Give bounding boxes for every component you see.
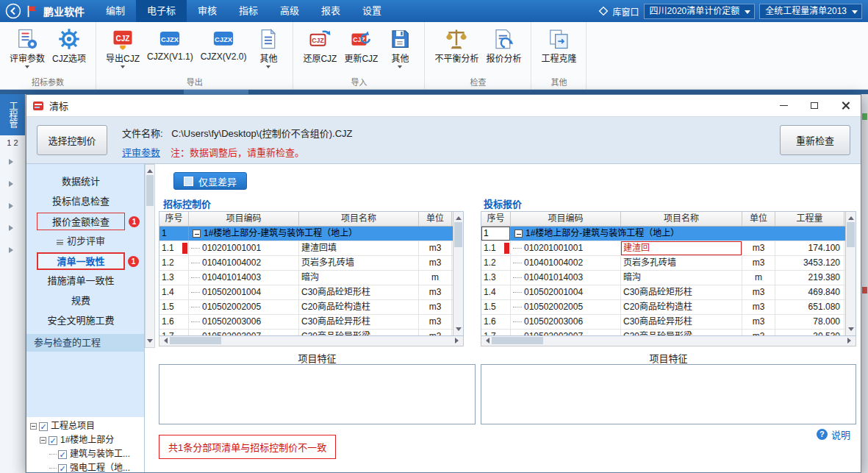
menu-tab-高级[interactable]: 高级 (269, 0, 310, 22)
sidebar-item-投标信息检查[interactable]: 投标信息检查 (37, 193, 125, 210)
ribbon-button-更新CJZ[interactable]: CJZ更新CJZ (340, 26, 381, 65)
table-row[interactable]: 1.7010502003007C30商品砼异形梁m330.530 (481, 330, 846, 335)
project-manager-tab[interactable]: 工程管 (0, 94, 25, 135)
scroll-left-icon[interactable] (161, 338, 168, 344)
sidebar-item-安全文明施工费[interactable]: 安全文明施工费 (37, 312, 125, 330)
select-control-price-button[interactable]: 选择控制价 (37, 125, 107, 155)
cell-seq[interactable]: 1.3 (159, 271, 189, 285)
cell-name[interactable]: C20商品砼构造柱 (299, 300, 419, 314)
chevron-right-icon[interactable] (9, 225, 16, 231)
cell-unit[interactable]: m (742, 271, 775, 285)
cell-code[interactable]: 010201001001 (511, 241, 621, 255)
cell-qty[interactable]: 3453.120 (775, 256, 844, 270)
cell-qty[interactable]: 651.080 (775, 300, 844, 314)
table-row[interactable]: 1.5010502002005C20商品砼构造柱m3651.080 (481, 300, 846, 315)
ribbon-button-报价分析[interactable]: 报价分析 (482, 26, 525, 65)
menu-tab-电子标[interactable]: 电子标 (136, 0, 187, 22)
cell-seq[interactable]: 1 (159, 227, 189, 241)
table-row[interactable]: 1.2010401004002页岩多孔砖墙m3 (159, 256, 453, 271)
minimize-button[interactable] (768, 95, 799, 117)
close-button[interactable] (830, 95, 861, 117)
collapse-icon[interactable] (193, 230, 201, 238)
maximize-button[interactable] (799, 95, 830, 117)
diff-checkbox[interactable] (184, 177, 193, 186)
table-row[interactable]: 1.1010201001001建渣回m3174.100 (481, 241, 846, 256)
table-row[interactable]: 1.1010201001001建渣回填m3 (159, 241, 453, 256)
ribbon-button-还原CJZ[interactable]: CJZ还原CJZ (299, 26, 340, 65)
help-link[interactable]: ? 说明 (817, 427, 850, 441)
cell-seq[interactable]: 1.1 (481, 241, 511, 255)
show-diff-only-button[interactable]: 仅显差异 (173, 172, 247, 190)
table-row[interactable]: 1.6010502003006C30商品砼异形柱m378.000 (481, 315, 846, 330)
cell-code[interactable]: 010502003007 (189, 330, 299, 335)
collapse-icon[interactable] (514, 230, 523, 238)
table-row[interactable]: 11#楼地上部分-建筑与装饰工程（地上） (159, 227, 453, 241)
cell-unit[interactable]: m3 (419, 300, 452, 314)
table-row[interactable]: 1.4010502001004C30商品砼矩形柱m3469.840 (481, 285, 846, 300)
cell-code[interactable]: 010502002005 (511, 300, 621, 314)
cell-seq[interactable]: 1.2 (159, 256, 189, 270)
cell-qty[interactable]: 219.380 (775, 271, 844, 285)
tree-item[interactable]: ✓1#楼地上部分 (26, 433, 144, 447)
cell-seq[interactable]: 1.2 (481, 256, 511, 270)
cell-unit[interactable]: m3 (742, 285, 775, 299)
cell-name[interactable]: 页岩多孔砖墙 (621, 256, 742, 270)
cell-code[interactable]: 010502002005 (189, 300, 299, 314)
list-standard-dropdown[interactable]: 全统工程量清单2013 (759, 4, 862, 19)
review-params-link[interactable]: 评审参数 (122, 145, 160, 159)
scroll-up-icon[interactable] (848, 213, 854, 220)
menu-tab-指标[interactable]: 指标 (228, 0, 269, 22)
ribbon-button-CJZX(V2.0)[interactable]: CJZXCJZX(V2.0) (197, 26, 251, 63)
cell-seq[interactable]: 1.4 (159, 285, 189, 299)
cell-name[interactable]: C20商品砼构造柱 (621, 300, 742, 314)
cell-unit[interactable]: m (419, 271, 452, 285)
background-right-scrollbar[interactable] (861, 94, 868, 473)
nav-scrollbar[interactable] (145, 164, 155, 348)
table-vscrollbar[interactable] (453, 212, 463, 335)
cell-seq[interactable]: 1.4 (481, 285, 511, 299)
checkbox[interactable]: ✓ (49, 436, 57, 445)
cell-seq[interactable]: 1.6 (159, 315, 189, 329)
chevron-right-icon[interactable] (9, 203, 16, 209)
table-row[interactable]: 1.3010401014003暗沟m (159, 271, 453, 285)
cell-name[interactable]: C30商品砼矩形柱 (299, 285, 419, 299)
chevron-right-icon[interactable] (9, 159, 16, 165)
cell-unit[interactable]: m3 (742, 330, 775, 335)
table-vscrollbar[interactable] (845, 212, 856, 335)
quota-dropdown[interactable]: 四川2020清单计价定额 (644, 4, 756, 19)
menu-tab-报表[interactable]: 报表 (310, 0, 351, 22)
cell-seq[interactable]: 1.6 (481, 315, 511, 329)
scroll-down-icon[interactable] (456, 327, 462, 334)
sidebar-item-报价金额检查[interactable]: 报价金额检查1 (37, 213, 125, 230)
cell-seq[interactable]: 1.1 (159, 241, 189, 255)
cell-qty[interactable]: 78.000 (775, 315, 844, 329)
cell-group-name[interactable]: 1#楼地上部分-建筑与装饰工程（地上） (189, 227, 453, 241)
ribbon-button-其他[interactable]: 其他 (381, 26, 418, 72)
cell-unit[interactable]: m3 (742, 256, 775, 270)
tree-item[interactable]: ✓工程总项目 (26, 419, 144, 433)
sidebar-item-措施清单一致性[interactable]: 措施清单一致性 (37, 272, 125, 290)
cell-unit[interactable]: m3 (742, 315, 775, 329)
cell-code[interactable]: 010401004002 (511, 256, 621, 270)
table-row[interactable]: 1.3010401014003暗沟m219.380 (481, 271, 846, 285)
cell-name[interactable]: 建渣回填 (299, 241, 419, 255)
ribbon-button-评审参数[interactable]: 评审参数 (6, 26, 49, 72)
cell-seq[interactable]: 1.3 (481, 271, 511, 285)
cell-qty[interactable]: 30.530 (775, 330, 844, 335)
cell-code[interactable]: 010401014003 (189, 271, 299, 285)
cell-name[interactable]: 暗沟 (299, 271, 419, 285)
scroll-up-icon[interactable] (456, 213, 462, 220)
menu-tab-审核[interactable]: 审核 (187, 0, 228, 22)
cell-code[interactable]: 010201001001 (189, 241, 299, 255)
checkbox[interactable]: ✓ (39, 422, 48, 431)
cell-code[interactable]: 010502001004 (189, 285, 299, 299)
cell-seq[interactable]: 1.5 (481, 300, 511, 314)
cell-code[interactable]: 010502003006 (189, 315, 299, 329)
table-row[interactable]: 1.2010401004002页岩多孔砖墙m33453.120 (481, 256, 846, 271)
sidebar-item-初步评审[interactable]: 初步评审 (37, 232, 125, 250)
cell-unit[interactable]: m3 (742, 300, 775, 314)
checkbox[interactable]: ✓ (58, 464, 67, 473)
cell-qty[interactable]: 174.100 (775, 241, 844, 255)
scroll-left-icon[interactable] (483, 338, 489, 344)
collapse-icon[interactable] (40, 437, 46, 444)
